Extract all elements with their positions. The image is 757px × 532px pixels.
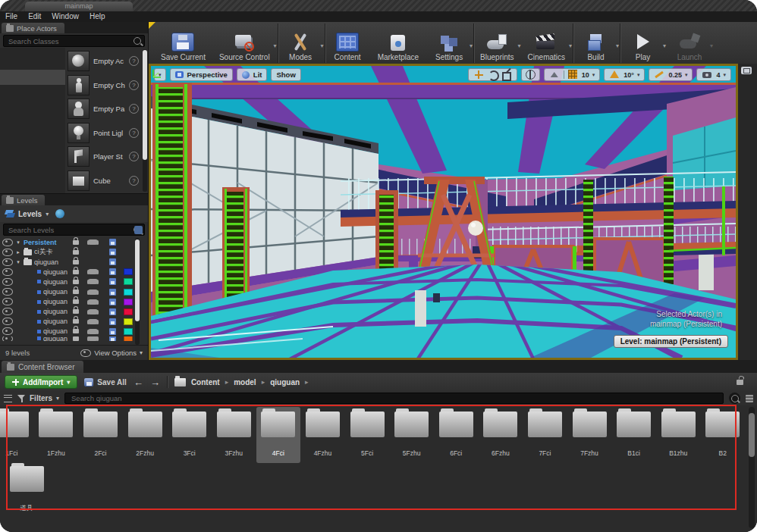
menu-item[interactable]: File xyxy=(5,11,17,22)
folder-tile[interactable]: 4Fzhu xyxy=(300,407,345,463)
gamepad-icon[interactable] xyxy=(88,239,98,245)
save-level-icon[interactable] xyxy=(109,308,116,315)
chevron-down-icon[interactable]: ▾ xyxy=(616,42,619,49)
save-all-button[interactable]: Save All xyxy=(84,378,127,386)
save-level-icon[interactable] xyxy=(109,249,116,255)
toolbar-button[interactable]: Cinematics ▾ xyxy=(522,23,573,63)
category-item[interactable] xyxy=(0,116,65,132)
save-level-icon[interactable] xyxy=(109,336,116,341)
level-row[interactable]: qiuguan xyxy=(0,336,148,341)
scrollbar-thumb[interactable] xyxy=(135,239,140,321)
level-row[interactable]: qiuguan xyxy=(0,277,148,286)
place-actor-item[interactable]: Point Ligl ? xyxy=(65,121,148,146)
levels-tab[interactable]: Levels xyxy=(2,195,45,205)
save-level-icon[interactable] xyxy=(109,328,116,335)
camera-speed-icon[interactable] xyxy=(702,70,713,80)
help-badge-icon[interactable]: ? xyxy=(129,80,139,90)
help-badge-icon[interactable]: ? xyxy=(129,104,139,114)
expand-arrow-icon[interactable] xyxy=(15,239,21,246)
filters-button[interactable]: Filters ▾ xyxy=(17,394,59,402)
content-browser-tab[interactable]: Content Browser xyxy=(2,361,83,373)
folder-tile[interactable]: 4Fci xyxy=(256,407,301,463)
level-color-swatch[interactable] xyxy=(124,318,133,325)
rotate-tool-icon[interactable] xyxy=(487,70,498,80)
chevron-down-icon[interactable]: ▾ xyxy=(685,72,688,78)
lock-icon[interactable] xyxy=(73,270,79,274)
eye-visibility-icon[interactable] xyxy=(2,327,13,335)
help-badge-icon[interactable]: ? xyxy=(129,56,139,66)
folder-tile[interactable]: 5Fci xyxy=(345,407,390,463)
search-levels-box[interactable] xyxy=(3,224,145,236)
chevron-down-icon[interactable]: ▾ xyxy=(470,42,473,49)
toolbar-button[interactable]: Play ▾ xyxy=(620,23,667,63)
level-row[interactable]: qiuguan xyxy=(0,267,148,277)
eye-visibility-icon[interactable] xyxy=(2,308,13,315)
gamepad-icon[interactable] xyxy=(88,299,98,305)
folder-tile[interactable]: 1Fzhu xyxy=(34,407,79,463)
level-row[interactable]: qiuguan xyxy=(0,307,148,317)
lock-icon[interactable] xyxy=(73,299,79,304)
help-badge-icon[interactable]: ? xyxy=(129,152,139,161)
level-color-swatch[interactable] xyxy=(124,328,133,335)
chevron-down-icon[interactable]: ▾ xyxy=(321,42,324,49)
current-level-badge[interactable]: Level: mainmap (Persistent) xyxy=(614,335,728,348)
eye-visibility-icon[interactable] xyxy=(2,278,13,286)
toolbar-button[interactable]: Save Current ▾ xyxy=(155,23,213,63)
window-title-tab[interactable]: mainmap xyxy=(25,2,133,11)
folder-tile[interactable]: 3Fzhu xyxy=(212,407,256,463)
folder-tile[interactable]: 6Fci xyxy=(434,407,479,463)
folder-tile[interactable]: 7Fci xyxy=(523,407,567,463)
chevron-down-icon[interactable]: ▾ xyxy=(637,72,640,78)
folder-tile[interactable]: 2Fzhu xyxy=(123,407,168,463)
breadcrumb-model[interactable]: model xyxy=(234,378,256,386)
view-settings-icon[interactable] xyxy=(746,395,753,402)
menu-item[interactable]: Help xyxy=(90,11,105,22)
folder-tile[interactable]: 3Fci xyxy=(167,407,212,463)
save-level-icon[interactable] xyxy=(109,258,116,265)
level-row[interactable]: qiuguan xyxy=(0,297,148,307)
scrollbar-thumb[interactable] xyxy=(143,50,147,160)
folder-tile[interactable]: 1Fci xyxy=(0,407,34,463)
expand-arrow-icon[interactable] xyxy=(15,259,21,265)
place-actors-tab[interactable]: Place Actors xyxy=(2,23,64,33)
eye-visibility-icon[interactable] xyxy=(2,249,13,256)
breadcrumb-qiuguan[interactable]: qiuguan xyxy=(270,378,300,386)
eye-visibility-icon[interactable] xyxy=(2,288,13,296)
world-space-toggle[interactable] xyxy=(521,68,540,81)
gamepad-icon[interactable] xyxy=(88,289,98,295)
viewport-3d-scene[interactable] xyxy=(151,66,736,358)
show-button[interactable]: Show xyxy=(271,68,300,81)
search-assets-box[interactable] xyxy=(64,393,724,404)
saved-search-icon[interactable] xyxy=(134,226,143,234)
folder-tile[interactable]: B1ci xyxy=(611,407,656,463)
scale-tool-icon[interactable] xyxy=(501,70,512,80)
toolbar-button[interactable]: Blueprints ▾ xyxy=(473,23,521,63)
folder-tile[interactable]: 道具 xyxy=(5,466,49,513)
level-row[interactable]: Persistent xyxy=(0,237,148,247)
folder-tile[interactable]: 6Fzhu xyxy=(479,407,523,463)
gamepad-icon[interactable] xyxy=(88,279,98,284)
toolbar-button[interactable]: Launch ▾ xyxy=(667,23,714,63)
breadcrumb-content[interactable]: Content xyxy=(191,378,220,386)
help-badge-icon[interactable]: ? xyxy=(129,176,139,186)
level-color-swatch[interactable] xyxy=(124,336,133,341)
chevron-down-icon[interactable]: ▾ xyxy=(592,72,595,78)
lock-icon[interactable] xyxy=(73,329,79,333)
lock-icon[interactable] xyxy=(73,319,79,324)
eye-visibility-icon[interactable] xyxy=(2,258,13,266)
scale-snap-icon[interactable] xyxy=(654,70,665,80)
chevron-down-icon[interactable]: ▾ xyxy=(274,42,277,49)
category-item[interactable] xyxy=(0,70,65,86)
category-item[interactable] xyxy=(0,54,65,70)
category-item[interactable] xyxy=(0,101,65,117)
chevron-down-icon[interactable]: ▾ xyxy=(663,42,666,49)
level-row[interactable]: qiuguan xyxy=(0,257,148,267)
level-color-swatch[interactable] xyxy=(124,308,133,315)
lock-icon[interactable] xyxy=(73,240,79,245)
eye-visibility-icon[interactable] xyxy=(2,268,13,276)
place-actor-item[interactable]: Empty Ch ? xyxy=(65,74,148,98)
level-color-swatch[interactable] xyxy=(124,299,133,305)
folder-tile[interactable]: 7Fzhu xyxy=(567,407,612,463)
rotation-snap-value[interactable]: 10° xyxy=(624,71,634,79)
world-icon[interactable] xyxy=(55,209,64,218)
